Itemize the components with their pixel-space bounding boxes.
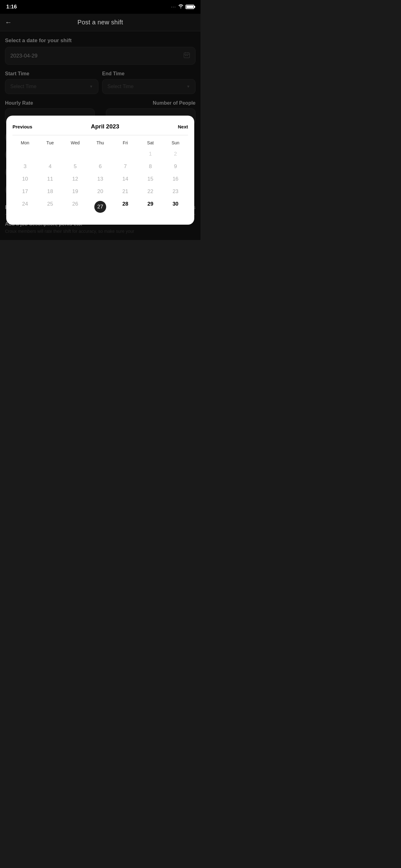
calendar-day[interactable]: 17: [12, 185, 37, 198]
battery-icon: [186, 5, 194, 9]
calendar-month-title: April 2023: [91, 123, 119, 130]
calendar-day[interactable]: 20: [88, 185, 113, 198]
calendar-weekday: Tue: [37, 139, 63, 147]
status-bar: 1:16 ···: [0, 0, 201, 14]
calendar-day[interactable]: 10: [12, 173, 37, 185]
calendar-next-button[interactable]: Next: [178, 124, 188, 129]
calendar-day[interactable]: 11: [37, 173, 63, 185]
calendar-days: 1234567891011121314151617181920212223242…: [12, 148, 188, 216]
calendar-weekday: Sun: [163, 139, 188, 147]
main-content: Select a date for your shift 2023-04-29 …: [0, 31, 201, 240]
calendar-day[interactable]: 9: [163, 160, 188, 173]
calendar-day[interactable]: 18: [37, 185, 63, 198]
calendar-weekday: Thu: [88, 139, 113, 147]
calendar-day[interactable]: 28: [113, 198, 138, 216]
calendar-day[interactable]: 27: [88, 198, 113, 216]
calendar-day[interactable]: 22: [138, 185, 163, 198]
signal-icon: ···: [171, 5, 176, 9]
status-time: 1:16: [6, 4, 17, 10]
calendar-day[interactable]: 24: [12, 198, 37, 216]
calendar-weekday: Wed: [63, 139, 88, 147]
calendar-day[interactable]: 23: [163, 185, 188, 198]
calendar-day[interactable]: 12: [63, 173, 88, 185]
calendar-day[interactable]: 4: [37, 160, 63, 173]
calendar-day[interactable]: 19: [63, 185, 88, 198]
calendar-weekday: Fri: [113, 139, 138, 147]
calendar-divider: [12, 135, 188, 135]
calendar-day: [37, 148, 63, 160]
calendar-day[interactable]: 26: [63, 198, 88, 216]
page-header: ← Post a new shift: [0, 14, 201, 31]
calendar-day: [113, 148, 138, 160]
calendar-weekday: Mon: [12, 139, 37, 147]
calendar-day[interactable]: 8: [138, 160, 163, 173]
calendar-day[interactable]: 14: [113, 173, 138, 185]
calendar-day[interactable]: 3: [12, 160, 37, 173]
wifi-icon: [178, 4, 183, 10]
calendar-day: [63, 148, 88, 160]
calendar-day[interactable]: 16: [163, 173, 188, 185]
calendar-day[interactable]: 30: [163, 198, 188, 216]
calendar-modal: Previous April 2023 Next MonTueWedThuFri…: [6, 116, 194, 225]
calendar-header: Previous April 2023 Next: [12, 123, 188, 130]
calendar-weekdays: MonTueWedThuFriSatSun: [12, 139, 188, 147]
calendar-day[interactable]: 2: [163, 148, 188, 160]
calendar-day[interactable]: 15: [138, 173, 163, 185]
calendar-day: [12, 148, 37, 160]
calendar-day[interactable]: 5: [63, 160, 88, 173]
back-button[interactable]: ←: [5, 19, 12, 27]
status-icons: ···: [171, 4, 194, 10]
calendar-day[interactable]: 25: [37, 198, 63, 216]
calendar-prev-button[interactable]: Previous: [12, 124, 32, 129]
calendar-day[interactable]: 1: [138, 148, 163, 160]
calendar-weekday: Sat: [138, 139, 163, 147]
calendar-day[interactable]: 29: [138, 198, 163, 216]
calendar-day[interactable]: 7: [113, 160, 138, 173]
page-title: Post a new shift: [77, 19, 123, 26]
calendar-day: [88, 148, 113, 160]
calendar-day[interactable]: 6: [88, 160, 113, 173]
calendar-day[interactable]: 21: [113, 185, 138, 198]
calendar-day[interactable]: 13: [88, 173, 113, 185]
